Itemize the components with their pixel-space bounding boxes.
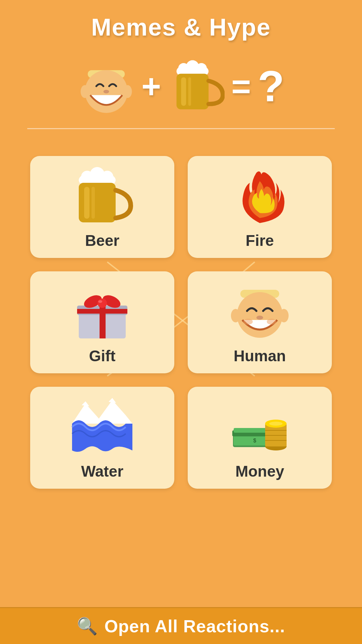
bottom-bar-label: Open All Reactions... <box>104 616 285 636</box>
equation-row: + = ? <box>78 58 284 115</box>
answer-card-water[interactable]: Water <box>30 387 174 489</box>
bottom-bar[interactable]: 🔍 Open All Reactions... <box>0 607 362 644</box>
svg-rect-17 <box>84 187 89 219</box>
svg-rect-10 <box>181 77 186 106</box>
answer-card-fire[interactable]: Fire <box>188 156 332 258</box>
fire-image <box>226 166 293 226</box>
human-image <box>226 281 293 342</box>
money-image: $ <box>226 397 293 457</box>
svg-point-25 <box>98 299 107 308</box>
answer-card-money[interactable]: $ Money <box>188 387 332 489</box>
water-label: Water <box>81 462 123 480</box>
equation-beer-icon <box>168 58 225 115</box>
beer-image <box>69 166 136 226</box>
svg-point-3 <box>80 85 89 98</box>
search-icon: 🔍 <box>77 616 98 636</box>
gift-label: Gift <box>89 347 115 365</box>
money-label: Money <box>235 462 284 480</box>
svg-point-2 <box>103 90 109 94</box>
svg-point-4 <box>123 85 132 98</box>
page-title: Memes & Hype <box>91 13 271 41</box>
gift-image <box>69 281 136 342</box>
svg-rect-22 <box>77 309 127 314</box>
equation-plus: + <box>141 69 161 103</box>
svg-point-31 <box>279 309 289 322</box>
answer-card-gift[interactable]: Gift <box>30 271 174 373</box>
human-label: Human <box>234 347 286 365</box>
svg-point-33 <box>267 319 276 325</box>
water-image <box>69 397 136 457</box>
divider <box>27 128 335 129</box>
svg-point-32 <box>243 319 253 325</box>
equation-equals: = <box>231 69 251 103</box>
svg-point-42 <box>269 422 283 426</box>
svg-point-15 <box>101 171 113 183</box>
answer-card-beer[interactable]: Beer <box>30 156 174 258</box>
equation-human-icon <box>78 58 135 115</box>
svg-point-26 <box>98 300 102 303</box>
answer-grid: Beer Fire <box>30 156 332 489</box>
svg-point-29 <box>256 316 263 320</box>
svg-point-8 <box>196 63 207 74</box>
fire-label: Fire <box>246 231 274 250</box>
beer-label: Beer <box>85 231 119 250</box>
svg-text:$: $ <box>253 438 256 443</box>
equation-question: ? <box>258 64 284 108</box>
svg-rect-11 <box>188 77 191 106</box>
svg-rect-18 <box>92 187 95 219</box>
answer-card-human[interactable]: Human <box>188 271 332 373</box>
svg-point-28 <box>237 292 283 338</box>
svg-point-30 <box>231 309 240 322</box>
